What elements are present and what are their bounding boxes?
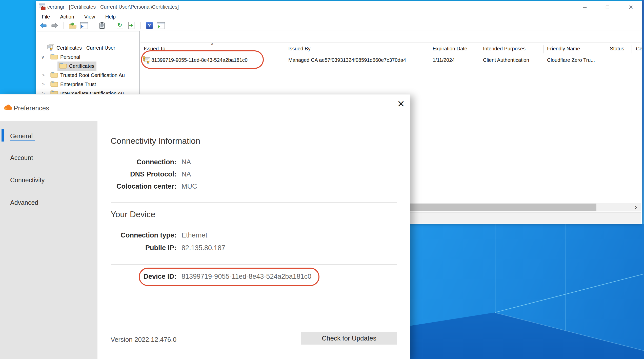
folder-icon	[50, 53, 58, 61]
certificates-store-icon	[47, 44, 55, 52]
tree-item-certificates[interactable]: Certificates	[37, 62, 139, 71]
selected-tab-underline	[10, 140, 35, 141]
connection-label: Connection:	[106, 158, 176, 166]
open-folder-button[interactable]	[69, 22, 77, 29]
wallpaper-floor	[410, 224, 644, 359]
tree-item-label: Personal	[60, 54, 80, 60]
toolbar-separator	[111, 22, 111, 29]
close-button[interactable]: ×	[622, 1, 640, 13]
folder-icon	[50, 71, 58, 79]
tree-item-enterprise-trust[interactable]: > Enterprise Trust	[37, 80, 139, 89]
wallpaper-window-edge	[495, 224, 495, 313]
sidebar-item-general[interactable]: General	[10, 132, 33, 140]
selected-tab-bar	[2, 129, 4, 142]
chevron-right-icon[interactable]: >	[41, 82, 46, 87]
section-divider	[111, 202, 397, 203]
chevron-down-icon[interactable]: ∨	[40, 54, 45, 60]
tree-item-label: Enterprise Trust	[60, 82, 96, 87]
preferences-sidebar: General Account Connectivity Advanced	[0, 121, 97, 359]
tree-item-label: Certificates - Current User	[56, 45, 115, 51]
back-arrow-icon	[40, 23, 47, 28]
menu-view[interactable]: View	[84, 14, 95, 20]
public-ip-label: Public IP:	[106, 244, 176, 252]
version-text: Version 2022.12.476.0	[111, 336, 176, 344]
section-title-your-device: Your Device	[111, 210, 155, 219]
forward-arrow-icon	[51, 23, 58, 28]
dialog-title: Preferences	[14, 104, 49, 113]
connection-type-value: Ethernet	[182, 231, 207, 239]
tree-item-trusted-root[interactable]: > Trusted Root Certification Au	[37, 71, 139, 80]
desktop-right-strip	[642, 0, 644, 224]
public-ip-value: 82.135.80.187	[182, 244, 225, 252]
desktop-wallpaper	[410, 224, 644, 359]
folder-arrow-icon	[69, 22, 76, 29]
folder-icon	[59, 62, 67, 70]
menu-action[interactable]: Action	[60, 14, 74, 20]
refresh-icon: ↻	[117, 22, 123, 29]
certmgr-app-icon	[39, 3, 46, 11]
section-divider	[111, 264, 397, 265]
help-icon: ?	[146, 22, 153, 29]
export-list-button[interactable]: ➔	[127, 22, 135, 29]
column-header-friendly-name[interactable]: Friendly Name	[544, 45, 607, 53]
sidebar-item-connectivity[interactable]: Connectivity	[10, 176, 45, 184]
dns-protocol-value: NA	[182, 170, 191, 178]
tree-selection: Certificates	[57, 62, 96, 71]
certmgr-titlebar: certmgr - [Certificates - Current User\P…	[36, 1, 642, 13]
menu-file[interactable]: File	[42, 14, 50, 20]
dns-protocol-label: DNS Protocol:	[106, 170, 176, 178]
folder-icon	[50, 81, 58, 88]
connection-value: NA	[182, 158, 191, 166]
tree-item-label: Certificates	[69, 63, 94, 69]
cell-expiration-date: 1/11/2024	[433, 55, 455, 65]
red-circle-annotation-issued-to	[141, 50, 264, 69]
cell-intended-purposes: Client Authentication	[483, 55, 529, 65]
back-button[interactable]	[39, 22, 47, 29]
toolbar: ↻ ➔ ?	[36, 21, 642, 30]
cell-friendly-name: Cloudflare Zero Tru...	[547, 55, 595, 65]
connection-type-label: Connection type:	[106, 231, 176, 239]
colocation-center-label: Colocation center:	[106, 183, 176, 190]
console-tree-icon	[80, 22, 88, 29]
statusbar-separator	[531, 214, 531, 222]
show-console-tree-button[interactable]	[80, 22, 88, 29]
scroll-right-button[interactable]: ›	[631, 204, 641, 211]
screen: certmgr - [Certificates - Current User\P…	[0, 0, 644, 359]
tree-item-personal[interactable]: ∨ Personal	[37, 52, 139, 62]
action-pane-button[interactable]	[157, 22, 165, 29]
minimize-button[interactable]: –	[576, 1, 594, 13]
sidebar-item-advanced[interactable]: Advanced	[10, 199, 38, 206]
wallpaper-light-ray	[495, 274, 643, 313]
column-header-expiration-date[interactable]: Expiration Date	[429, 45, 480, 53]
red-circle-annotation-device-id	[139, 268, 319, 286]
column-header-certificate[interactable]: Ce	[632, 45, 641, 53]
tree-item-label: Trusted Root Certification Au	[60, 72, 125, 78]
export-list-icon: ➔	[128, 22, 134, 29]
wallpaper-window-edge	[566, 224, 566, 330]
clipboard-icon	[99, 22, 105, 29]
column-header-status[interactable]: Status	[607, 45, 632, 53]
check-for-updates-button[interactable]: Check for Updates	[301, 332, 397, 345]
maximize-button[interactable]: □	[599, 1, 616, 13]
sidebar-item-account[interactable]: Account	[10, 154, 33, 162]
menu-help[interactable]: Help	[105, 14, 116, 20]
paste-button[interactable]	[98, 22, 106, 29]
tree-item-certificates-current-user[interactable]: Certificates - Current User	[37, 43, 139, 52]
toolbar-separator	[93, 22, 93, 29]
forward-button[interactable]	[51, 22, 59, 29]
toolbar-separator	[140, 22, 140, 29]
help-button[interactable]: ?	[145, 22, 153, 29]
section-title-connectivity-information: Connectivity Information	[111, 136, 200, 146]
action-pane-icon	[157, 22, 165, 29]
column-header-intended-purposes[interactable]: Intended Purposes	[480, 45, 544, 53]
preferences-dialog: Preferences × General Account Connectivi…	[0, 94, 410, 359]
cell-issued-by: Managed CA ae57f03931324f08591d660e7c370…	[288, 55, 406, 65]
column-header-issued-by[interactable]: Issued By	[284, 45, 429, 53]
dialog-close-button[interactable]: ×	[394, 97, 408, 111]
statusbar-separator	[599, 214, 599, 222]
toolbar-separator	[64, 22, 64, 29]
chevron-right-icon[interactable]: >	[41, 72, 46, 78]
refresh-button[interactable]: ↻	[116, 22, 124, 29]
window-title: certmgr - [Certificates - Current User\P…	[47, 1, 179, 13]
colocation-center-value: MUC	[182, 183, 197, 190]
